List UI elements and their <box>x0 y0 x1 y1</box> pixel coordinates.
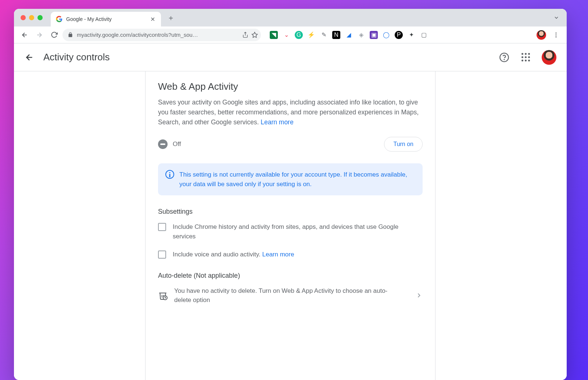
activity-card: Web & App Activity Saves your activity o… <box>145 71 435 380</box>
page-header: Activity controls <box>14 43 567 71</box>
share-icon[interactable] <box>242 32 248 38</box>
status-off-icon <box>158 139 168 149</box>
subsetting-chrome-history[interactable]: Include Chrome history and activity from… <box>158 222 423 241</box>
subsettings-title: Subsettings <box>158 208 423 216</box>
chevron-right-icon <box>415 292 423 299</box>
voice-learn-more-link[interactable]: Learn more <box>262 251 294 258</box>
ext-notion[interactable]: N <box>332 31 340 39</box>
new-tab-button[interactable]: ＋ <box>165 12 176 23</box>
content-area: Web & App Activity Saves your activity o… <box>14 71 567 380</box>
status-row: Off Turn on <box>158 137 423 152</box>
ext-grammarly[interactable]: G <box>295 31 303 39</box>
svg-point-4 <box>556 32 557 33</box>
checkbox-label: Include Chrome history and activity from… <box>173 222 423 241</box>
page-back-button[interactable] <box>24 52 35 63</box>
section-description: Saves your activity on Google sites and … <box>158 97 423 127</box>
browser-tab[interactable]: Google - My Activity ✕ <box>51 12 161 26</box>
checkbox-icon[interactable] <box>158 223 166 231</box>
profile-avatar-small[interactable] <box>537 30 546 40</box>
account-avatar[interactable] <box>542 50 556 65</box>
ext-diamond[interactable]: ◈ <box>357 31 365 39</box>
svg-point-5 <box>556 34 557 35</box>
ext-green-square[interactable]: ◥ <box>270 31 278 39</box>
tab-strip: Google - My Activity ✕ ＋ <box>14 9 567 26</box>
tabs-menu-button[interactable] <box>553 15 559 21</box>
svg-point-9 <box>504 59 504 60</box>
window-controls <box>21 15 43 20</box>
ext-pocket[interactable]: ⌄ <box>282 31 290 39</box>
google-apps-button[interactable] <box>520 52 531 63</box>
nav-back-button[interactable] <box>18 29 31 41</box>
autodelete-text: You have no activity to delete. Turn on … <box>174 286 404 305</box>
browser-window: Google - My Activity ✕ ＋ myactivity.goog… <box>14 9 567 380</box>
address-bar[interactable]: myactivity.google.com/activitycontrols?u… <box>62 29 261 41</box>
svg-point-6 <box>556 36 557 37</box>
trash-clock-icon <box>158 291 168 300</box>
info-icon <box>165 170 174 179</box>
ext-sail[interactable]: ◢ <box>345 31 353 39</box>
learn-more-link[interactable]: Learn more <box>261 118 294 126</box>
ext-circle-badge[interactable]: ◯ <box>382 31 390 39</box>
info-text: This setting is not currently available … <box>179 170 415 189</box>
page-title: Activity controls <box>43 52 110 63</box>
tab-title: Google - My Activity <box>66 16 146 22</box>
bookmark-star-icon[interactable] <box>251 32 258 38</box>
subsetting-voice-audio[interactable]: Include voice and audio activity. Learn … <box>158 250 423 259</box>
ext-purple[interactable]: ▣ <box>370 31 378 39</box>
help-button[interactable] <box>499 52 509 63</box>
url-text: myactivity.google.com/activitycontrols?u… <box>77 32 239 38</box>
ext-panel[interactable]: ▢ <box>420 31 428 39</box>
turn-on-button[interactable]: Turn on <box>384 137 423 152</box>
browser-toolbar: myactivity.google.com/activitycontrols?u… <box>14 26 567 43</box>
ext-bolt[interactable]: ⚡ <box>307 31 315 39</box>
section-title: Web & App Activity <box>158 81 423 92</box>
extensions-row: ◥⌄G⚡✎N◢◈▣◯P✦▢ <box>270 31 428 39</box>
ext-p-circle[interactable]: P <box>395 31 403 39</box>
minimize-window-button[interactable] <box>29 15 34 20</box>
maximize-window-button[interactable] <box>37 15 43 20</box>
autodelete-row[interactable]: You have no activity to delete. Turn on … <box>158 286 423 305</box>
info-banner: This setting is not currently available … <box>158 163 423 195</box>
ext-edit[interactable]: ✎ <box>320 31 328 39</box>
autodelete-title: Auto-delete (Not applicable) <box>158 272 423 280</box>
ext-puzzle[interactable]: ✦ <box>407 31 415 39</box>
checkbox-label: Include voice and audio activity. Learn … <box>173 250 294 259</box>
nav-forward-button[interactable] <box>33 29 46 41</box>
google-favicon-icon <box>56 16 62 22</box>
svg-marker-3 <box>252 32 258 37</box>
browser-menu-button[interactable] <box>550 29 562 41</box>
close-window-button[interactable] <box>21 15 26 20</box>
reload-button[interactable] <box>48 29 60 41</box>
checkbox-icon[interactable] <box>158 251 166 259</box>
lock-icon <box>68 32 73 38</box>
close-tab-button[interactable]: ✕ <box>149 16 156 22</box>
status-label: Off <box>173 141 181 148</box>
